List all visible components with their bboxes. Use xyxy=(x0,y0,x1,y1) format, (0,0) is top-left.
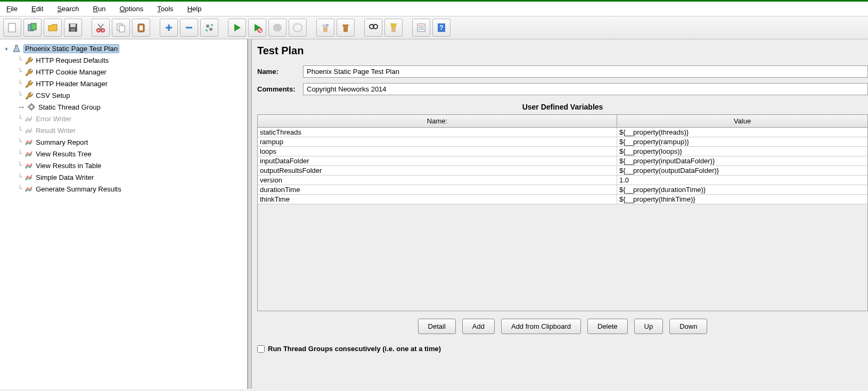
tree-connector: └ xyxy=(18,185,22,193)
tree-item[interactable]: └Result Writer xyxy=(17,124,245,136)
chart-icon xyxy=(24,137,34,147)
test-plan-tree[interactable]: ♦ Phoenix Static Page Test Plan └HTTP Re… xyxy=(0,39,248,389)
table-row[interactable]: staticThreads${__property(threads)} xyxy=(258,128,867,137)
tree-item[interactable]: └Generate Summary Results xyxy=(17,183,245,195)
menu-file[interactable]: File xyxy=(4,4,20,14)
table-row[interactable]: rampup${__property(rampup)} xyxy=(258,137,867,147)
paste-icon[interactable] xyxy=(132,19,150,37)
clear-icon[interactable] xyxy=(316,19,334,37)
var-name-cell[interactable]: version xyxy=(258,176,617,185)
open-icon[interactable] xyxy=(44,19,62,37)
tree-item[interactable]: └Simple Data Writer xyxy=(17,171,245,183)
table-row[interactable]: thinkTime${__property(thinkTime)} xyxy=(258,195,867,204)
toggle-icon[interactable]: ♦ xyxy=(3,45,10,52)
table-row[interactable]: inputDataFolder${__property(inputDataFol… xyxy=(258,156,867,166)
clear-all-icon[interactable] xyxy=(337,19,355,37)
wrench-icon xyxy=(24,90,34,100)
run-consecutively-checkbox[interactable] xyxy=(257,345,265,353)
templates-icon[interactable] xyxy=(23,19,42,37)
tree-root[interactable]: ♦ Phoenix Static Page Test Plan xyxy=(2,43,245,54)
toggle-icon[interactable]: ⊶ xyxy=(18,104,24,110)
down-button[interactable]: Down xyxy=(669,319,707,334)
tree-item[interactable]: └Summary Report xyxy=(17,136,245,148)
menu-tools[interactable]: Tools xyxy=(155,4,175,14)
tree-item[interactable]: └View Results in Table xyxy=(17,160,245,171)
up-button[interactable]: Up xyxy=(634,319,664,334)
delete-button[interactable]: Delete xyxy=(587,319,628,334)
menu-run[interactable]: Run xyxy=(91,4,108,14)
tree-item[interactable]: └CSV Setup xyxy=(17,89,245,101)
svg-rect-2 xyxy=(31,23,36,30)
chart-icon xyxy=(24,184,34,194)
tree-connector: └ xyxy=(18,68,22,76)
name-input[interactable] xyxy=(303,65,868,78)
expand-icon[interactable] xyxy=(160,19,178,37)
table-row[interactable]: outputResultsFolder${__property(outputDa… xyxy=(258,166,867,176)
toggle-icon[interactable] xyxy=(200,19,218,37)
cut-icon[interactable] xyxy=(92,19,110,37)
tree-root-label: Phoenix Static Page Test Plan xyxy=(23,44,119,53)
var-name-cell[interactable]: thinkTime xyxy=(258,195,617,204)
col-name-header[interactable]: Name: xyxy=(258,115,617,127)
table-row[interactable]: durationTime${__property(durationTime)} xyxy=(258,185,867,195)
detail-button[interactable]: Detail xyxy=(418,319,456,334)
start-icon[interactable] xyxy=(228,19,246,37)
tree-item-label: View Results Tree xyxy=(36,150,92,158)
comments-label: Comments: xyxy=(257,85,300,93)
tree-item-label: View Results in Table xyxy=(36,162,101,170)
menu-help[interactable]: Help xyxy=(185,4,204,14)
svg-point-22 xyxy=(326,24,329,26)
svg-rect-23 xyxy=(343,28,348,32)
add-from-clipboard-button[interactable]: Add from Clipboard xyxy=(501,319,581,334)
var-name-cell[interactable]: rampup xyxy=(258,137,617,146)
var-value-cell[interactable]: ${__property(outputDataFolder)} xyxy=(617,166,867,175)
collapse-icon[interactable] xyxy=(180,19,198,37)
tree-item[interactable]: └HTTP Request Defaults xyxy=(17,54,245,66)
var-name-cell[interactable]: staticThreads xyxy=(258,128,617,137)
var-value-cell[interactable]: ${__property(inputDataFolder)} xyxy=(617,156,867,165)
var-value-cell[interactable]: 1.0 xyxy=(617,176,867,185)
tree-item[interactable]: └Error Writer xyxy=(17,113,245,124)
save-icon[interactable] xyxy=(64,19,82,37)
var-value-cell[interactable]: ${__property(durationTime)} xyxy=(617,185,867,194)
var-name-cell[interactable]: inputDataFolder xyxy=(258,156,617,165)
add-button[interactable]: Add xyxy=(462,319,495,334)
tree-item[interactable]: ⊶Static Thread Group xyxy=(17,101,245,113)
tree-item[interactable]: └View Results Tree xyxy=(17,148,245,160)
table-row[interactable]: loops${__property(loops)} xyxy=(258,147,867,156)
splitter[interactable] xyxy=(248,39,252,389)
menu-search[interactable]: Search xyxy=(55,4,81,14)
var-name-cell[interactable]: outputResultsFolder xyxy=(258,166,617,175)
svg-text:?: ? xyxy=(439,24,443,31)
help-icon[interactable]: ? xyxy=(432,19,451,37)
comments-input[interactable] xyxy=(303,83,868,95)
vars-empty-area[interactable] xyxy=(258,204,867,311)
tree-item-label: Simple Data Writer xyxy=(36,173,94,181)
copy-icon[interactable] xyxy=(112,19,130,37)
tree-item-label: Result Writer xyxy=(36,127,76,135)
table-row[interactable]: version1.0 xyxy=(258,176,867,185)
tree-item[interactable]: └HTTP Cookie Manager xyxy=(17,66,245,78)
wrench-icon xyxy=(24,79,34,88)
var-value-cell[interactable]: ${__property(thinkTime)} xyxy=(617,195,867,204)
svg-rect-36 xyxy=(31,103,32,105)
reset-search-icon[interactable] xyxy=(384,19,403,37)
stop-icon[interactable] xyxy=(268,19,286,37)
var-value-cell[interactable]: ${__property(loops)} xyxy=(617,147,867,156)
menu-options[interactable]: Options xyxy=(117,4,145,14)
svg-rect-4 xyxy=(70,24,76,27)
shutdown-icon[interactable] xyxy=(289,19,307,37)
start-no-timers-icon[interactable] xyxy=(248,19,266,37)
new-icon[interactable] xyxy=(3,19,21,37)
menu-edit[interactable]: Edit xyxy=(29,4,45,14)
editor-panel: Test Plan Name: Comments: User Defined V… xyxy=(252,39,868,389)
search-icon[interactable] xyxy=(364,19,382,37)
var-value-cell[interactable]: ${__property(rampup)} xyxy=(617,137,867,146)
var-name-cell[interactable]: loops xyxy=(258,147,617,156)
tree-item[interactable]: └HTTP Header Manager xyxy=(17,78,245,89)
col-value-header[interactable]: Value xyxy=(617,115,867,127)
var-name-cell[interactable]: durationTime xyxy=(258,185,617,194)
function-helper-icon[interactable] xyxy=(412,19,430,37)
svg-point-18 xyxy=(209,28,212,31)
var-value-cell[interactable]: ${__property(threads)} xyxy=(617,128,867,137)
